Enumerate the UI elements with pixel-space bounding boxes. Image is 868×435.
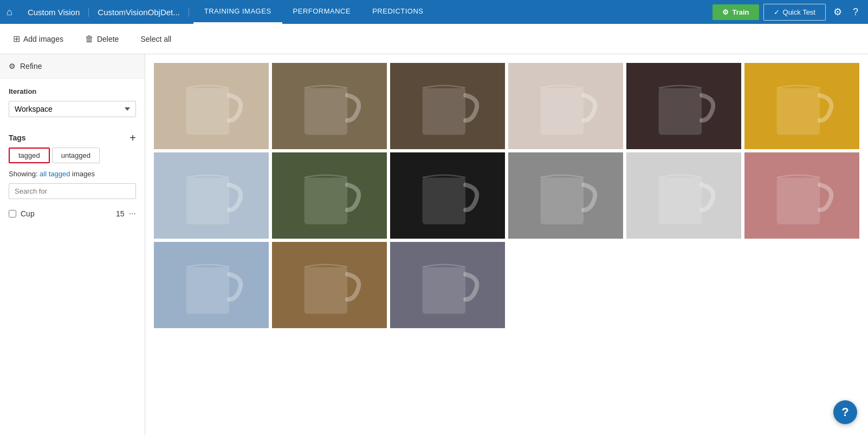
tag-label-cup: Cup bbox=[21, 209, 112, 218]
home-icon[interactable]: ⌂ bbox=[7, 7, 12, 18]
tag-showing-link[interactable]: all tagged bbox=[40, 170, 70, 178]
tags-header: Tags + bbox=[0, 126, 145, 148]
tab-predictions[interactable]: PREDICTIONS bbox=[361, 0, 434, 24]
tags-title: Tags bbox=[9, 133, 26, 142]
settings-button[interactable]: ⚙ bbox=[830, 6, 845, 18]
svg-rect-25 bbox=[186, 267, 230, 314]
image-cell[interactable] bbox=[154, 152, 269, 239]
svg-rect-27 bbox=[305, 267, 348, 314]
svg-rect-17 bbox=[423, 177, 466, 224]
svg-rect-21 bbox=[659, 177, 702, 224]
add-images-button[interactable]: ⊞ Add images bbox=[9, 31, 68, 46]
quick-test-button[interactable]: ✓ Quick Test bbox=[763, 4, 826, 21]
image-cell[interactable] bbox=[272, 242, 387, 328]
image-cell[interactable] bbox=[508, 152, 623, 239]
svg-rect-9 bbox=[659, 88, 702, 135]
tag-count-cup: 15 bbox=[116, 209, 125, 218]
nav-tabs: TRAINING IMAGES PERFORMANCE PREDICTIONS bbox=[193, 0, 713, 24]
tag-showing-text: Showing: all tagged images bbox=[0, 170, 145, 183]
image-cell[interactable] bbox=[508, 63, 623, 149]
iteration-title: Iteration bbox=[9, 87, 136, 95]
image-cell[interactable] bbox=[390, 152, 505, 239]
toolbar: ⊞ Add images 🗑 Delete Select all bbox=[0, 24, 868, 54]
tag-search-input[interactable] bbox=[9, 183, 136, 199]
image-grid-area bbox=[145, 54, 868, 435]
tag-list-item-cup: Cup 15 ··· bbox=[0, 206, 145, 222]
svg-rect-3 bbox=[305, 88, 348, 135]
project-name: CustomVisionObjDet... bbox=[89, 8, 189, 17]
train-button[interactable]: ⚙ Train bbox=[712, 4, 759, 20]
delete-button[interactable]: 🗑 Delete bbox=[81, 32, 123, 46]
main-layout: ⚙ Refine Iteration Workspace Tags + tagg… bbox=[0, 54, 868, 435]
image-cell[interactable] bbox=[272, 152, 387, 239]
untagged-filter-button[interactable]: untagged bbox=[52, 148, 100, 163]
app-name: Custom Vision bbox=[19, 8, 89, 17]
svg-rect-13 bbox=[186, 177, 230, 224]
delete-icon: 🗑 bbox=[85, 34, 94, 44]
image-cell[interactable] bbox=[154, 242, 269, 328]
gear-icon: ⚙ bbox=[722, 8, 729, 16]
tag-checkbox-cup[interactable] bbox=[9, 210, 16, 218]
refine-section: ⚙ Refine bbox=[0, 54, 145, 79]
image-cell[interactable] bbox=[744, 152, 859, 239]
svg-rect-7 bbox=[541, 88, 584, 135]
image-cell[interactable] bbox=[154, 63, 269, 149]
add-tag-button[interactable]: + bbox=[129, 132, 136, 143]
image-cell[interactable] bbox=[272, 63, 387, 149]
svg-rect-29 bbox=[423, 267, 466, 314]
tab-performance[interactable]: PERFORMANCE bbox=[282, 0, 362, 24]
tag-more-button-cup[interactable]: ··· bbox=[129, 209, 136, 219]
top-nav: ⌂ Custom Vision CustomVisionObjDet... TR… bbox=[0, 0, 868, 24]
image-cell[interactable] bbox=[626, 63, 741, 149]
svg-rect-15 bbox=[305, 177, 348, 224]
svg-rect-11 bbox=[777, 88, 820, 135]
tag-filter-buttons: tagged untagged bbox=[0, 148, 145, 170]
image-cell[interactable] bbox=[744, 63, 859, 149]
help-button[interactable]: ? bbox=[850, 7, 861, 18]
iteration-section: Iteration Workspace bbox=[0, 79, 145, 126]
image-cell[interactable] bbox=[390, 63, 505, 149]
image-cell[interactable] bbox=[626, 152, 741, 239]
help-fab[interactable]: ? bbox=[833, 400, 857, 424]
tab-training-images[interactable]: TRAINING IMAGES bbox=[193, 0, 282, 24]
sidebar: ⚙ Refine Iteration Workspace Tags + tagg… bbox=[0, 54, 145, 435]
nav-actions: ⚙ Train ✓ Quick Test ⚙ ? bbox=[712, 4, 861, 21]
svg-rect-5 bbox=[423, 88, 466, 135]
add-images-icon: ⊞ bbox=[13, 34, 20, 44]
image-grid bbox=[154, 63, 859, 328]
iteration-select[interactable]: Workspace bbox=[9, 101, 136, 117]
select-all-button[interactable]: Select all bbox=[136, 33, 176, 46]
svg-rect-1 bbox=[186, 88, 230, 135]
checkmark-icon: ✓ bbox=[774, 8, 780, 16]
svg-rect-23 bbox=[777, 177, 820, 224]
image-cell[interactable] bbox=[390, 242, 505, 328]
svg-rect-19 bbox=[541, 177, 584, 224]
tagged-filter-button[interactable]: tagged bbox=[9, 148, 50, 163]
refine-icon: ⚙ bbox=[9, 62, 16, 71]
